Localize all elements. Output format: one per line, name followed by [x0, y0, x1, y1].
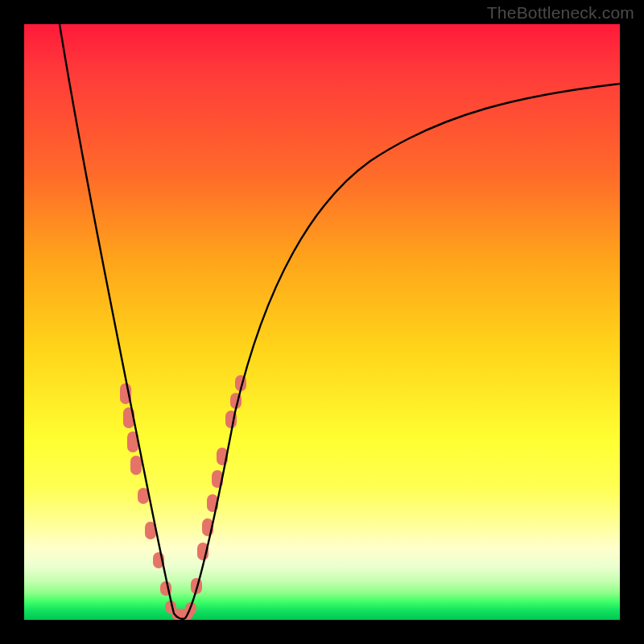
watermark-label: TheBottleneck.com — [487, 3, 634, 23]
bottleneck-curve — [60, 24, 620, 619]
outer-frame: TheBottleneck.com — [0, 0, 644, 644]
marker-icon — [130, 456, 142, 475]
marker-group — [120, 375, 246, 620]
chart-overlay-svg — [24, 24, 620, 620]
plot-area — [24, 24, 620, 620]
